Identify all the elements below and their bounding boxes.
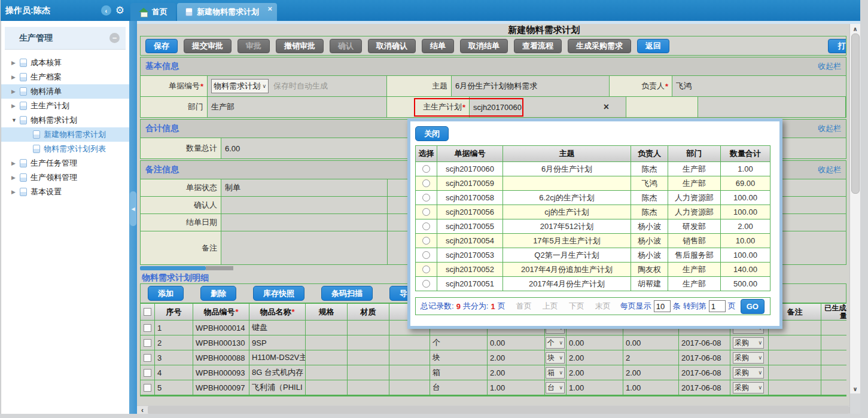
unit-select[interactable]: 个∨ [546, 337, 565, 349]
sidebar-item-material-plan-list[interactable]: 物料需求计划列表 [1, 142, 129, 156]
tree-collapsed-icon[interactable]: ▶ [11, 89, 20, 94]
form-hscrollbar-thumb[interactable] [140, 266, 206, 270]
cell-note[interactable] [769, 350, 821, 365]
cell-extra[interactable] [389, 380, 430, 395]
vertical-scrollbar-thumb[interactable] [851, 33, 860, 194]
tree-collapsed-icon[interactable]: ▶ [11, 160, 20, 166]
go-button[interactable]: GO [741, 299, 765, 314]
row-checkbox[interactable] [144, 354, 151, 362]
plan-radio[interactable] [422, 179, 430, 187]
tree-collapsed-icon[interactable]: ▶ [11, 175, 20, 181]
tab-close-icon[interactable]: × [267, 4, 272, 13]
cell-qty2[interactable]: 0.00 [567, 335, 623, 350]
unit-select[interactable]: 箱∨ [546, 367, 565, 379]
select-all-checkbox[interactable] [144, 308, 151, 316]
barcode-scan-button[interactable]: 条码扫描 [321, 286, 373, 301]
dialog-close-button[interactable]: 关闭 [415, 126, 449, 141]
cell-qty3[interactable]: 0.00 [623, 335, 679, 350]
plan-table-row[interactable]: scjh20170060 6月份生产计划 陈杰 生产部 1.00 [416, 161, 770, 176]
tab-new-material-plan[interactable]: 新建物料需求计划 × [177, 3, 277, 21]
collapse-total-link[interactable]: 收起栏 [818, 123, 841, 134]
owner-value[interactable]: 飞鸿 [672, 76, 846, 96]
cell-note[interactable] [769, 365, 821, 380]
cell-demand-date[interactable]: 2017-06-08 [679, 365, 730, 380]
sidebar-group-header[interactable]: 生产管理 − [5, 27, 126, 50]
sidebar-item-new-material-plan[interactable]: 新建物料需求计划 [1, 127, 129, 142]
plan-radio[interactable] [422, 208, 430, 216]
view-flow-button[interactable]: 查看流程 [514, 39, 562, 53]
plan-radio[interactable] [422, 266, 430, 273]
cell-qty3[interactable]: 2 [623, 350, 679, 365]
cell-spec[interactable] [306, 335, 348, 350]
gear-icon[interactable]: ⚙ [115, 5, 124, 16]
cell-extra[interactable] [389, 335, 430, 350]
plan-table-row[interactable]: scjh20170056 cj的生产计划 陈杰 人力资源部 100.00 [416, 205, 770, 219]
cell-item-name[interactable]: 飞利浦（PHILI [249, 380, 306, 395]
plan-table-row[interactable]: scjh20170053 Q2第一月生产计划 杨小波 售后服务部 100.00 [416, 248, 770, 262]
detail-table-row[interactable]: 3 WPBH000088 H110M-DS2V主 块 2.00 块∨ 2.00 … [140, 350, 846, 365]
detail-table-row[interactable]: 5 WPBH000097 飞利浦（PHILI 台 1.00 台∨ 1.00 1.… [140, 380, 846, 395]
page-size-input[interactable]: 10 [654, 300, 671, 312]
plan-radio[interactable] [422, 251, 430, 259]
sidebar-item-production-archive[interactable]: ▶ 生产档案 [1, 70, 129, 84]
mps-input[interactable]: scjh20170060 × [470, 97, 626, 117]
tree-collapsed-icon[interactable]: ▶ [11, 74, 20, 80]
cell-item-code[interactable]: WPBH000130 [193, 335, 249, 350]
cell-item-code[interactable]: WPBH000097 [193, 380, 249, 395]
cell-item-name[interactable]: 8G 台式机内存 [249, 365, 306, 380]
sidebar-item-basic-settings[interactable]: ▶ 基本设置 [1, 185, 129, 199]
doc-no-select[interactable]: 物料需求计划编 ∨ [211, 79, 269, 93]
save-button[interactable]: 保存 [145, 39, 178, 53]
plan-radio[interactable] [422, 165, 430, 173]
add-row-button[interactable]: 添加 [148, 286, 184, 301]
stock-snapshot-button[interactable]: 库存快照 [253, 286, 304, 301]
vertical-scrollbar[interactable]: ∧ ∨ [849, 24, 860, 414]
cell-material[interactable] [348, 350, 389, 365]
cell-item-code[interactable]: WPBH000093 [193, 365, 249, 380]
tab-home[interactable]: 首页 [130, 3, 176, 21]
unit-select[interactable]: 台∨ [546, 382, 565, 393]
cell-item-code[interactable]: WPBH000014 [193, 321, 249, 335]
cell-spec[interactable] [306, 321, 348, 335]
cell-demand-qty[interactable]: 1.00 [488, 380, 545, 395]
source-select[interactable]: 采购∨ [733, 367, 764, 379]
cell-qty3[interactable]: 1.00 [623, 380, 679, 395]
row-checkbox[interactable] [144, 324, 151, 332]
plan-radio[interactable] [422, 280, 430, 288]
cell-note[interactable] [769, 380, 821, 395]
plan-table-row[interactable]: scjh20170051 2017年4月份生产计划 胡帮建 生产部 500.00 [416, 276, 770, 291]
sidebar-splitter[interactable]: ◀ [129, 21, 137, 414]
generate-purchase-button[interactable]: 生成采购需求 [568, 39, 631, 53]
cell-material[interactable] [348, 321, 389, 335]
back-button[interactable]: 返回 [637, 39, 669, 53]
unit-select[interactable]: 块∨ [546, 352, 565, 364]
note-value[interactable] [221, 231, 388, 264]
collapse-remark-link[interactable]: 收起栏 [818, 164, 841, 175]
scroll-left-icon[interactable]: ‹ [137, 406, 148, 414]
plan-table-row[interactable]: scjh20170058 6.2cj的生产计划 陈杰 人力资源部 100.00 [416, 190, 770, 205]
row-checkbox[interactable] [144, 339, 151, 347]
revoke-approval-button[interactable]: 撤销审批 [276, 39, 324, 53]
plan-table-row[interactable]: scjh20170052 2017年4月份追加生产计划 陶友权 生产部 140.… [416, 262, 770, 276]
cell-item-code[interactable]: WPBH000088 [193, 350, 249, 365]
print-button[interactable]: 打 [828, 39, 846, 53]
sidebar-item-material-plan[interactable]: ▼ 物料需求计划 [1, 113, 129, 127]
plan-radio[interactable] [422, 237, 430, 245]
sidebar-item-master-plan[interactable]: ▶ 主生产计划 [1, 99, 129, 113]
cancel-close-order-button[interactable]: 取消结单 [460, 39, 508, 53]
cell-extra[interactable] [389, 365, 430, 380]
cell-qty3[interactable]: 2.00 [623, 365, 679, 380]
source-select[interactable]: 采购∨ [733, 382, 764, 393]
dept-value[interactable]: 生产部 [208, 97, 387, 117]
tree-collapsed-icon[interactable]: ▶ [11, 189, 20, 195]
source-select[interactable]: 采购∨ [733, 337, 764, 349]
clear-icon[interactable]: × [604, 102, 609, 112]
cell-qty2[interactable]: 2.00 [567, 350, 623, 365]
submit-approval-button[interactable]: 提交审批 [184, 39, 232, 53]
sidebar-item-production-task[interactable]: ▶ 生产任务管理 [1, 156, 129, 170]
plan-radio[interactable] [422, 222, 430, 230]
collapse-group-icon[interactable]: − [109, 33, 120, 43]
cell-extra[interactable] [389, 350, 430, 365]
source-select[interactable]: 采购∨ [733, 352, 764, 364]
cell-material[interactable] [348, 335, 389, 350]
